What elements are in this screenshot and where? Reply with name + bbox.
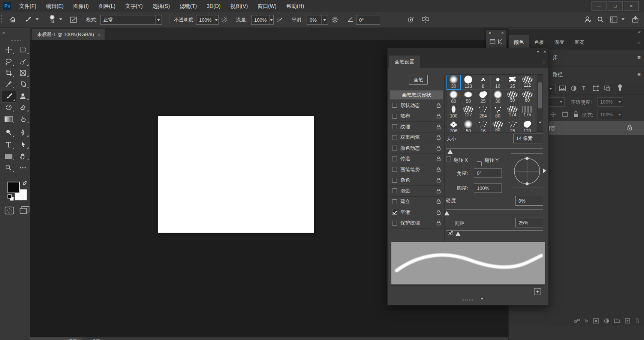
collapsed-brush-settings-panel-icon[interactable] <box>497 39 503 45</box>
pen-tool[interactable] <box>16 127 30 138</box>
brush-setting-row[interactable]: 散布 <box>390 111 443 122</box>
brush-setting-row[interactable]: 形状动态 <box>390 100 443 111</box>
document-tab-close-icon[interactable]: × <box>98 32 101 38</box>
zoom-tool[interactable] <box>2 162 15 173</box>
brush-setting-row[interactable]: 保护纹理 <box>390 218 443 229</box>
close-panel-group-icon[interactable]: × <box>501 30 504 36</box>
lock-icon[interactable] <box>436 156 441 161</box>
lock-icon[interactable] <box>436 135 441 140</box>
workspace-chevron-icon[interactable] <box>622 18 625 20</box>
hand-tool[interactable] <box>16 151 30 161</box>
gradient-tool[interactable] <box>2 114 15 124</box>
spacing-slider-thumb[interactable] <box>455 232 461 236</box>
brush-tip-cell[interactable]: 123 <box>461 75 476 90</box>
brush-angle-input[interactable]: 0° <box>356 15 380 25</box>
new-layer-icon[interactable] <box>625 318 630 323</box>
setting-checkbox[interactable] <box>392 167 397 172</box>
opacity-select[interactable]: 100% <box>196 15 219 25</box>
filter-type-layers-icon[interactable]: T <box>582 85 586 91</box>
brush-setting-row[interactable]: 杂色 <box>390 175 443 186</box>
menu-item-10[interactable]: 帮助(H) <box>282 0 309 12</box>
brush-tool-selected[interactable] <box>1 90 16 102</box>
maximize-button[interactable]: □ <box>608 1 623 11</box>
setting-checkbox[interactable] <box>392 221 397 226</box>
brush-tip-cell[interactable]: 30 <box>491 90 505 105</box>
screen-mode-icon[interactable] <box>19 206 30 215</box>
minimize-button[interactable]: — <box>592 1 607 11</box>
eyedropper-tool[interactable] <box>2 79 15 89</box>
filter-adjustment-layers-icon[interactable] <box>571 85 577 92</box>
eraser-tool[interactable] <box>16 102 30 113</box>
document-tab[interactable]: 未标题-1 @ 100%(RGB/8) × <box>32 29 105 40</box>
brush-tip-cell[interactable]: 175 <box>520 104 535 119</box>
roundness-input[interactable]: 100% <box>474 184 502 193</box>
panel-resize-grip[interactable] <box>463 299 474 301</box>
expand-panels-icon[interactable]: » <box>489 30 491 35</box>
brush-grid-scrollbar[interactable] <box>537 74 543 132</box>
move-tool[interactable] <box>2 45 15 55</box>
setting-checkbox[interactable] <box>392 156 397 161</box>
panel-collapse-icon[interactable]: « <box>537 49 539 54</box>
foreground-color-swatch[interactable] <box>7 182 20 193</box>
brush-tip-cell[interactable]: 120 <box>520 119 535 132</box>
menu-item-2[interactable]: 图像(I) <box>69 0 94 12</box>
lock-position-icon[interactable] <box>550 111 556 117</box>
quick-mask-icon[interactable] <box>4 206 14 215</box>
setting-checkbox[interactable] <box>392 146 397 150</box>
menu-item-8[interactable]: 视图(V) <box>225 0 253 12</box>
type-tool[interactable] <box>2 139 15 150</box>
healing-patch-tool[interactable] <box>16 79 30 89</box>
brush-tip-shape-item[interactable]: 画笔笔尖形状 <box>390 90 443 99</box>
color-panel-menu-icon[interactable]: ≡ <box>637 39 641 45</box>
brush-tip-cell[interactable]: 50 <box>461 90 476 105</box>
brush-tip-cell[interactable]: 80 <box>491 104 505 119</box>
brushes-button[interactable]: 画笔 <box>409 75 428 85</box>
layers-opacity-input[interactable]: 100% <box>598 97 616 107</box>
brush-setting-row[interactable]: 传递 <box>390 154 443 165</box>
brush-tip-cell[interactable]: 50 <box>461 119 476 132</box>
history-brush-tool[interactable] <box>2 102 15 113</box>
libraries-panel-menu-icon[interactable]: ≡ <box>637 54 641 60</box>
setting-checkbox[interactable] <box>392 114 397 119</box>
setting-checkbox[interactable] <box>392 188 397 193</box>
layers-opacity-chevron-icon[interactable] <box>616 97 623 107</box>
marquee-tool[interactable] <box>16 45 30 55</box>
toolbar-collapse-icon[interactable]: « <box>2 30 5 36</box>
smoothing-select[interactable]: 0% <box>307 15 328 25</box>
layers-fill-chevron-icon[interactable] <box>616 110 623 119</box>
brush-tip-cell[interactable]: 112 <box>520 75 535 90</box>
more-tools-icon[interactable] <box>16 162 30 173</box>
crop-tool[interactable] <box>2 68 15 78</box>
scroll-down-icon[interactable] <box>539 123 542 130</box>
brush-tip-cell[interactable]: 10 <box>491 75 505 90</box>
brush-panel-header[interactable]: « × <box>388 48 548 56</box>
flip-x-checkbox[interactable] <box>446 156 451 161</box>
menu-item-3[interactable]: 图层(L) <box>94 0 120 12</box>
share-export-icon[interactable] <box>631 15 640 24</box>
mode-select[interactable]: 正常 <box>100 15 162 25</box>
menu-item-5[interactable]: 选择(S) <box>148 0 175 12</box>
lock-icon[interactable] <box>436 199 441 204</box>
panel-close-icon[interactable]: × <box>543 49 546 54</box>
hardness-slider-thumb[interactable] <box>444 211 449 215</box>
lock-icon[interactable] <box>436 113 441 119</box>
frame-tool[interactable] <box>16 68 30 78</box>
menu-item-6[interactable]: 滤镜(T) <box>175 0 202 12</box>
dock-tab-3[interactable]: 图案 <box>569 35 590 49</box>
options-bar-grip[interactable] <box>1 15 2 24</box>
layer-effects-icon[interactable]: fx <box>585 318 588 323</box>
collapsed-brushes-panel-icon[interactable] <box>490 39 496 45</box>
lock-icon[interactable] <box>436 210 441 215</box>
brush-tip-cell[interactable]: 25 <box>505 75 520 90</box>
brush-settings-tab[interactable]: 画笔设置 <box>389 56 420 68</box>
dock-tab-2[interactable]: 渐变 <box>549 35 569 49</box>
hardness-slider-track[interactable] <box>446 209 543 210</box>
lock-icon[interactable] <box>436 146 441 151</box>
hardness-input[interactable]: 0% <box>515 196 543 206</box>
setting-checkbox[interactable] <box>392 210 397 215</box>
setting-checkbox[interactable] <box>392 178 397 183</box>
dodge-tool[interactable] <box>2 127 15 138</box>
scroll-up-icon[interactable] <box>539 76 542 83</box>
brush-tip-cell[interactable]: 206 <box>446 119 461 132</box>
home-icon[interactable] <box>8 15 17 24</box>
